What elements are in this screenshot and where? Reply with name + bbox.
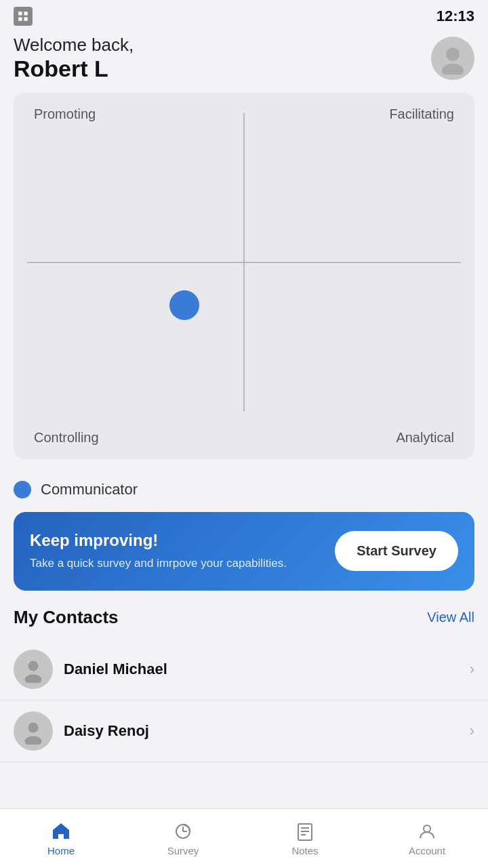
contact-name-1: Daisy Renoj <box>64 722 459 740</box>
bottom-nav: Home Survey Notes <box>0 808 488 868</box>
start-survey-button[interactable]: Start Survey <box>335 531 458 571</box>
nav-item-survey[interactable]: Survey <box>122 821 244 856</box>
app-icon <box>14 7 33 26</box>
svg-rect-0 <box>18 12 22 15</box>
svg-point-11 <box>25 736 42 745</box>
label-analytical: Analytical <box>396 430 454 446</box>
nav-label-home: Home <box>47 845 75 856</box>
survey-icon <box>172 821 194 842</box>
survey-banner: Keep improving! Take a quick survey and … <box>14 512 474 591</box>
svg-rect-3 <box>24 18 28 21</box>
status-time: 12:13 <box>436 7 474 25</box>
nav-item-account[interactable]: Account <box>366 821 488 856</box>
legend-dot <box>14 481 31 498</box>
contact-item-0[interactable]: Daniel Michael › <box>0 639 488 701</box>
chevron-icon-1: › <box>470 722 474 740</box>
account-icon <box>416 821 438 842</box>
svg-rect-1 <box>18 18 22 21</box>
nav-label-survey: Survey <box>167 845 199 856</box>
header: Welcome back, Robert L <box>0 29 488 93</box>
label-controlling: Controlling <box>34 430 99 446</box>
svg-point-4 <box>446 47 460 61</box>
contacts-header: My Contacts View All <box>0 607 488 639</box>
welcome-text: Welcome back, <box>14 35 134 56</box>
contacts-section-title: My Contacts <box>14 607 119 628</box>
data-dot <box>169 290 199 320</box>
greeting-section: Welcome back, Robert L <box>14 35 134 82</box>
notes-icon <box>294 821 316 842</box>
survey-text-section: Keep improving! Take a quick survey and … <box>30 531 321 572</box>
nav-item-notes[interactable]: Notes <box>244 821 366 856</box>
survey-title: Keep improving! <box>30 531 321 550</box>
nav-label-account: Account <box>409 845 445 856</box>
contact-name-0: Daniel Michael <box>64 660 459 678</box>
nav-label-notes: Notes <box>291 845 318 856</box>
contact-avatar-1 <box>14 711 53 751</box>
chart-grid-lines <box>14 93 474 432</box>
svg-point-10 <box>28 722 39 732</box>
quadrant-chart: Promoting Facilitating Controlling Analy… <box>14 93 474 459</box>
user-name: Robert L <box>14 56 134 82</box>
contact-avatar-0 <box>14 650 53 689</box>
view-all-link[interactable]: View All <box>427 610 474 625</box>
svg-point-5 <box>442 64 464 75</box>
home-icon <box>50 821 72 842</box>
nav-item-home[interactable]: Home <box>0 821 122 856</box>
survey-description: Take a quick survey and imrpove your cap… <box>30 555 321 572</box>
avatar[interactable] <box>431 37 474 80</box>
svg-point-19 <box>424 825 430 832</box>
svg-point-8 <box>28 660 39 671</box>
svg-rect-2 <box>24 12 28 15</box>
contacts-list: Daniel Michael › Daisy Renoj › <box>0 639 488 762</box>
legend: Communicator <box>0 473 488 512</box>
contact-item-1[interactable]: Daisy Renoj › <box>0 701 488 762</box>
status-bar: 12:13 <box>0 0 488 29</box>
legend-label: Communicator <box>41 481 138 498</box>
svg-point-9 <box>25 674 42 683</box>
chevron-icon-0: › <box>470 660 474 678</box>
